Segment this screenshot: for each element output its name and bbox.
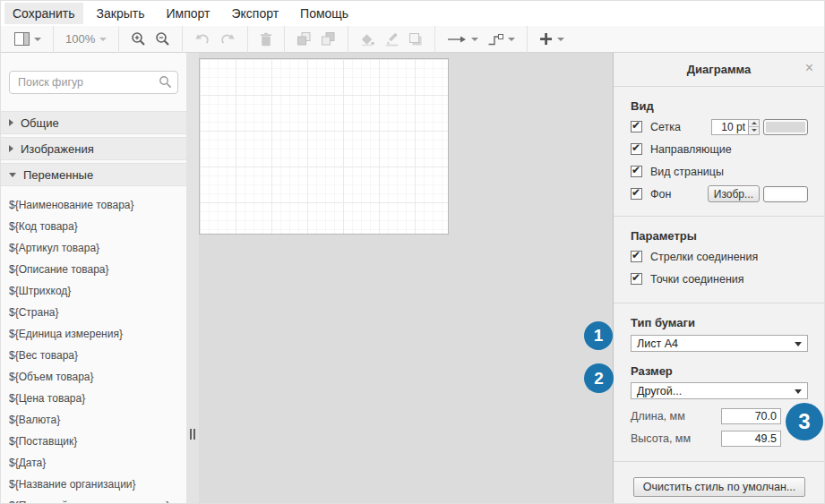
- variable-item[interactable]: ${Наименование товара}: [1, 194, 186, 216]
- panel-header: Диаграмма ×: [614, 53, 824, 87]
- connection-arrow-icon: [447, 35, 467, 44]
- chevron-down-icon: [9, 173, 16, 177]
- chevron-down-icon: [34, 38, 41, 41]
- annotation-badge-2: 2: [584, 363, 614, 393]
- menu-close[interactable]: Закрыть: [89, 3, 153, 24]
- variable-item[interactable]: ${Название организации}: [1, 474, 186, 495]
- line-color-button[interactable]: [380, 30, 404, 49]
- background-color-swatch[interactable]: [763, 186, 808, 202]
- fill-color-button[interactable]: [356, 30, 380, 49]
- waypoints-icon: [487, 33, 503, 46]
- view-section-title: Вид: [631, 99, 808, 114]
- guides-label: Направляющие: [650, 143, 732, 156]
- waypoints-style-button[interactable]: [483, 30, 520, 48]
- insert-button[interactable]: [535, 30, 569, 48]
- height-input[interactable]: [721, 431, 781, 447]
- length-row: Длина, мм: [631, 408, 781, 424]
- variable-item[interactable]: ${Единица измерения}: [1, 323, 186, 345]
- trash-icon: [260, 32, 272, 47]
- shadow-button[interactable]: [404, 30, 427, 49]
- chevron-down-icon: [471, 38, 478, 41]
- variable-item[interactable]: ${Страна}: [1, 302, 186, 323]
- chevron-right-icon: [9, 119, 13, 126]
- sidebar-section-images[interactable]: Изображения: [1, 137, 186, 160]
- section-label: Общие: [21, 116, 59, 130]
- variable-item[interactable]: ${Дата}: [1, 452, 186, 474]
- variable-item[interactable]: ${Поставщик}: [1, 431, 186, 452]
- undo-button[interactable]: [190, 30, 215, 48]
- variable-item[interactable]: ${Цена товара}: [1, 388, 186, 409]
- height-label: Высота, мм: [631, 432, 721, 445]
- variable-item[interactable]: ${Артикул товара}: [1, 237, 186, 259]
- variable-item[interactable]: ${Вес товара}: [1, 345, 186, 366]
- plus-icon: [539, 32, 553, 46]
- spinner-up-icon: [752, 122, 757, 124]
- variable-item[interactable]: ${Валюта}: [1, 409, 186, 431]
- menu-help[interactable]: Помощь: [292, 3, 357, 24]
- connection-style-button[interactable]: [443, 32, 483, 47]
- close-icon[interactable]: ×: [805, 61, 813, 75]
- sidebar-resizer[interactable]: [186, 53, 199, 504]
- to-front-button[interactable]: [292, 29, 316, 49]
- background-image-button[interactable]: Изобр...: [708, 185, 760, 202]
- panel-body: Вид Сетка Направляющие Вид стра: [614, 87, 824, 504]
- zoom-out-button[interactable]: [150, 29, 175, 49]
- redo-icon: [219, 32, 236, 46]
- canvas-page[interactable]: [199, 58, 449, 235]
- sidebar-section-variables[interactable]: Переменные: [1, 163, 186, 186]
- grid-checkbox[interactable]: [631, 121, 642, 132]
- guides-checkbox[interactable]: [631, 143, 642, 155]
- shape-sections: Общие Изображения Переменные: [1, 111, 186, 189]
- zoom-in-button[interactable]: [126, 29, 150, 49]
- page-view-label: Вид страницы: [650, 166, 724, 178]
- annotation-badge-3: 3: [786, 403, 823, 440]
- options-section-title: Параметры: [631, 229, 808, 243]
- menu-save[interactable]: Сохранить: [4, 3, 83, 24]
- paper-type-select[interactable]: Лист A4: [631, 335, 808, 352]
- redo-button[interactable]: [215, 30, 240, 48]
- variables-list: ${Наименование товара} ${Код товара} ${А…: [1, 189, 186, 504]
- search-wrap: [9, 71, 178, 94]
- grid-size-stepper[interactable]: [749, 119, 760, 135]
- variable-item[interactable]: ${Почтовый адрес организации}: [1, 495, 186, 504]
- grid-size-input[interactable]: [711, 119, 749, 135]
- paper-size-select[interactable]: Другой...: [631, 382, 808, 399]
- main-area: Общие Изображения Переменные ${Наименова…: [1, 53, 824, 504]
- background-label: Фон: [650, 188, 671, 201]
- zoom-out-icon: [155, 31, 170, 47]
- menu-import[interactable]: Импорт: [159, 3, 219, 24]
- fill-color-icon: [360, 32, 375, 47]
- section-label: Переменные: [23, 168, 93, 182]
- length-input[interactable]: [721, 408, 781, 424]
- variable-item[interactable]: ${Описание товара}: [1, 259, 186, 280]
- search-input[interactable]: [9, 71, 178, 94]
- chevron-down-icon: [99, 38, 107, 41]
- page-view-checkbox[interactable]: [631, 166, 642, 177]
- annotation-badge-1: 1: [584, 321, 613, 350]
- chevron-down-icon: [557, 38, 564, 41]
- background-checkbox[interactable]: [631, 188, 642, 200]
- menu-export[interactable]: Экспорт: [223, 3, 287, 24]
- menubar: Сохранить Закрыть Импорт Экспорт Помощь: [1, 1, 824, 26]
- to-back-button[interactable]: [316, 29, 340, 49]
- chevron-down-icon: [508, 38, 515, 41]
- clear-default-style-button[interactable]: Очистить стиль по умолчан...: [633, 477, 805, 497]
- diagram-editor-app: Сохранить Закрыть Импорт Экспорт Помощь …: [0, 0, 825, 504]
- page-view-button[interactable]: [10, 30, 46, 48]
- delete-button[interactable]: [255, 30, 277, 49]
- connection-points-row: Точки соединения: [631, 268, 808, 290]
- variable-item[interactable]: ${Объем товара}: [1, 366, 186, 388]
- paper-size-value: Другой...: [637, 385, 682, 397]
- pencil-icon: [384, 32, 400, 47]
- connection-arrows-checkbox[interactable]: [631, 251, 642, 262]
- section-label: Изображения: [21, 142, 94, 156]
- grid-color-swatch[interactable]: [763, 119, 808, 135]
- page-view-icon: [14, 32, 30, 46]
- sidebar-section-general[interactable]: Общие: [1, 111, 186, 134]
- panel-title: Диаграмма: [687, 63, 751, 76]
- variable-item[interactable]: ${Код товара}: [1, 216, 186, 237]
- variable-item[interactable]: ${Штрихкод}: [1, 280, 186, 302]
- zoom-level-dropdown[interactable]: 100%: [61, 30, 111, 48]
- length-label: Длина, мм: [631, 410, 721, 423]
- connection-points-checkbox[interactable]: [631, 273, 642, 285]
